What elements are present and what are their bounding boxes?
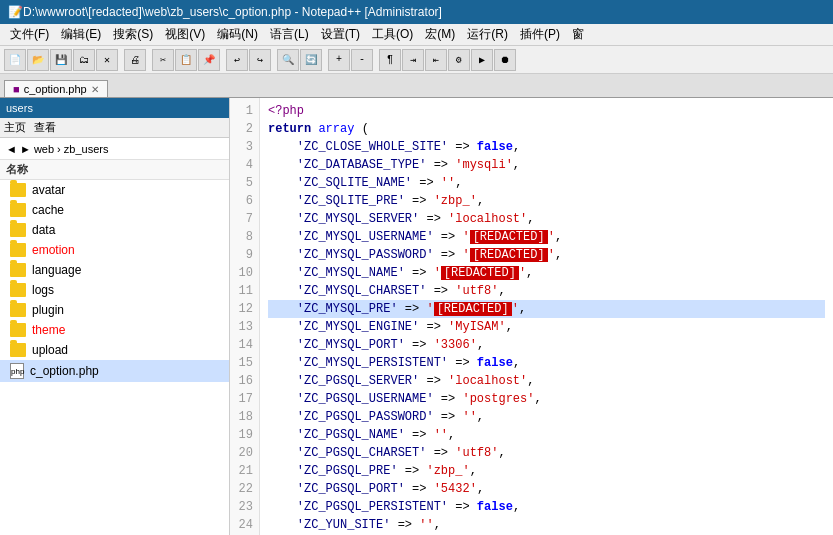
file-item-name: logs [32,283,54,297]
menu-settings[interactable]: 设置(T) [315,24,366,45]
save-all-button[interactable]: 🗂 [73,49,95,71]
menu-view[interactable]: 视图(V) [159,24,211,45]
menu-tools[interactable]: 工具(O) [366,24,419,45]
save-button[interactable]: 💾 [50,49,72,71]
list-item-selected[interactable]: php c_option.php [0,360,229,382]
undo-button[interactable]: ↩ [226,49,248,71]
list-item[interactable]: cache [0,200,229,220]
folder-icon [10,243,26,257]
title-bar: 📝 D:\wwwroot\[redacted]\web\zb_users\c_o… [0,0,833,24]
code-panel: 1234567891011121314151617181920212223242… [230,98,833,535]
line-numbers: 1234567891011121314151617181920212223242… [230,98,260,535]
file-panel-header: users [0,98,229,118]
file-panel-title: users [6,102,33,114]
file-item-name: data [32,223,55,237]
list-item[interactable]: theme [0,320,229,340]
menu-macro[interactable]: 宏(M) [419,24,461,45]
breadcrumb: ◄ ► web › zb_users [0,138,229,160]
macro-button[interactable]: ▶ [471,49,493,71]
list-item[interactable]: plugin [0,300,229,320]
list-item[interactable]: language [0,260,229,280]
title-bar-icon: 📝 [8,5,23,19]
file-item-name: emotion [32,243,75,257]
copy-button[interactable]: 📋 [175,49,197,71]
menu-run[interactable]: 运行(R) [461,24,514,45]
folder-icon [10,263,26,277]
new-button[interactable]: 📄 [4,49,26,71]
record-button[interactable]: ⏺ [494,49,516,71]
list-item[interactable]: data [0,220,229,240]
find-button[interactable]: 🔍 [277,49,299,71]
redo-button[interactable]: ↪ [249,49,271,71]
cut-button[interactable]: ✂ [152,49,174,71]
options-button[interactable]: ⚙ [448,49,470,71]
file-item-name: upload [32,343,68,357]
folder-icon [10,183,26,197]
folder-icon [10,323,26,337]
menu-bar: 文件(F) 编辑(E) 搜索(S) 视图(V) 编码(N) 语言(L) 设置(T… [0,24,833,46]
file-item-name: plugin [32,303,64,317]
list-item[interactable]: emotion [0,240,229,260]
indent-button[interactable]: ⇥ [402,49,424,71]
open-button[interactable]: 📂 [27,49,49,71]
toolbar-home[interactable]: 主页 [4,120,26,135]
tab-label: c_option.php [24,83,87,95]
file-list: 名称 avatar cache data emotion language [0,160,229,535]
file-item-name: avatar [32,183,65,197]
file-item-name: c_option.php [30,364,99,378]
list-item[interactable]: logs [0,280,229,300]
tab-close-icon[interactable]: ✕ [91,84,99,95]
zoom-out-button[interactable]: - [351,49,373,71]
zoom-in-button[interactable]: + [328,49,350,71]
outdent-button[interactable]: ⇤ [425,49,447,71]
folder-icon [10,223,26,237]
breadcrumb-text: ◄ ► web › zb_users [6,143,108,155]
list-item[interactable]: avatar [0,180,229,200]
menu-file[interactable]: 文件(F) [4,24,55,45]
tab-icon: ■ [13,83,20,95]
file-item-name: theme [32,323,65,337]
file-panel: users 主页 查看 ◄ ► web › zb_users 名称 avatar… [0,98,230,535]
file-icon: php [10,363,24,379]
file-item-name: language [32,263,81,277]
replace-button[interactable]: 🔄 [300,49,322,71]
file-panel-toolbar: 主页 查看 [0,118,229,138]
toolbar: 📄 📂 💾 🗂 ✕ 🖨 ✂ 📋 📌 ↩ ↪ 🔍 🔄 + - ¶ ⇥ ⇤ ⚙ ▶ … [0,46,833,74]
main-layout: users 主页 查看 ◄ ► web › zb_users 名称 avatar… [0,98,833,535]
tab-c-option[interactable]: ■ c_option.php ✕ [4,80,108,97]
code-area: 1234567891011121314151617181920212223242… [230,98,833,535]
title-bar-text: D:\wwwroot\[redacted]\web\zb_users\c_opt… [23,5,442,19]
menu-encode[interactable]: 编码(N) [211,24,264,45]
folder-icon [10,203,26,217]
menu-search[interactable]: 搜索(S) [107,24,159,45]
menu-plugin[interactable]: 插件(P) [514,24,566,45]
toolbar-view[interactable]: 查看 [34,120,56,135]
menu-window[interactable]: 窗 [566,24,590,45]
menu-edit[interactable]: 编辑(E) [55,24,107,45]
file-list-header: 名称 [0,160,229,180]
tab-bar: ■ c_option.php ✕ [0,74,833,98]
wrap-button[interactable]: ¶ [379,49,401,71]
print-button[interactable]: 🖨 [124,49,146,71]
paste-button[interactable]: 📌 [198,49,220,71]
menu-lang[interactable]: 语言(L) [264,24,315,45]
close-button[interactable]: ✕ [96,49,118,71]
file-list-header-label: 名称 [6,163,28,175]
code-content[interactable]: <?phpreturn array ( 'ZC_CLOSE_WHOLE_SITE… [260,98,833,535]
folder-icon [10,343,26,357]
folder-icon [10,283,26,297]
folder-icon [10,303,26,317]
file-item-name: cache [32,203,64,217]
list-item[interactable]: upload [0,340,229,360]
